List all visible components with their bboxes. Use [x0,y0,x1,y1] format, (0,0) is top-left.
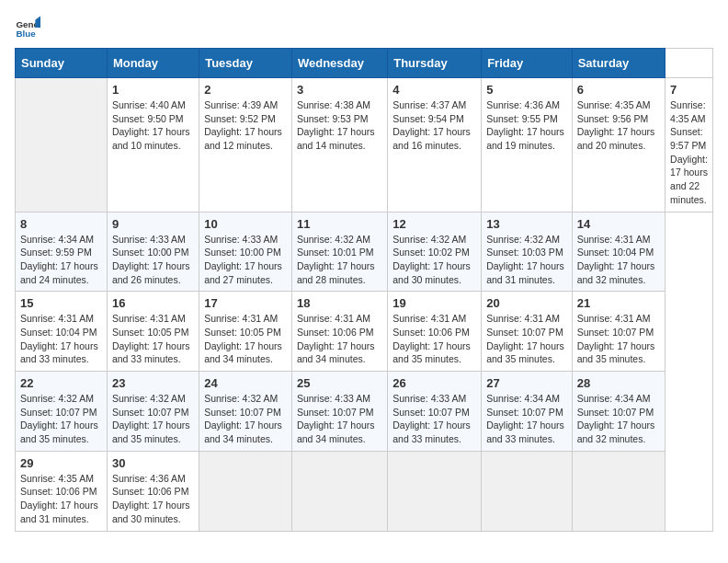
day-header-monday: Monday [107,49,199,78]
day-number: 12 [392,217,476,231]
calendar-cell: 24Sunrise: 4:32 AMSunset: 10:07 PMDaylig… [199,372,292,452]
calendar-cell: 30Sunrise: 4:36 AMSunset: 10:06 PMDaylig… [107,451,199,531]
calendar-cell [388,451,482,531]
calendar-cell: 23Sunrise: 4:32 AMSunset: 10:07 PMDaylig… [107,372,199,452]
day-number: 5 [486,83,567,97]
calendar-cell: 21Sunrise: 4:31 AMSunset: 10:07 PMDaylig… [572,292,665,372]
calendar-cell: 18Sunrise: 4:31 AMSunset: 10:06 PMDaylig… [291,292,387,372]
calendar-cell: 1Sunrise: 4:40 AMSunset: 9:50 PMDaylight… [107,78,199,213]
calendar-cell: 13Sunrise: 4:32 AMSunset: 10:03 PMDaylig… [482,212,573,292]
day-info: Sunrise: 4:32 AMSunset: 10:02 PMDaylight… [392,233,476,287]
day-info: Sunrise: 4:38 AMSunset: 9:53 PMDaylight:… [297,98,382,153]
calendar-cell: 3Sunrise: 4:38 AMSunset: 9:53 PMDaylight… [291,78,387,213]
svg-marker-2 [35,16,40,28]
calendar-cell [291,451,387,531]
calendar-cell: 20Sunrise: 4:31 AMSunset: 10:07 PMDaylig… [482,292,573,372]
day-number: 3 [297,83,382,97]
day-number: 10 [204,217,287,231]
calendar-week-row: 8Sunrise: 4:34 AMSunset: 9:59 PMDaylight… [16,212,713,292]
day-info: Sunrise: 4:32 AMSunset: 10:03 PMDaylight… [486,233,567,287]
calendar-cell: 22Sunrise: 4:32 AMSunset: 10:07 PMDaylig… [16,372,108,452]
calendar-cell: 4Sunrise: 4:37 AMSunset: 9:54 PMDaylight… [388,78,482,213]
calendar-cell: 28Sunrise: 4:34 AMSunset: 10:07 PMDaylig… [572,372,665,452]
day-number: 27 [486,376,567,390]
day-number: 1 [112,83,194,97]
day-number: 11 [297,217,382,231]
calendar-week-row: 1Sunrise: 4:40 AMSunset: 9:50 PMDaylight… [16,78,713,213]
day-info: Sunrise: 4:34 AMSunset: 10:07 PMDaylight… [486,392,567,446]
calendar-cell [482,451,573,531]
calendar-week-row: 29Sunrise: 4:35 AMSunset: 10:06 PMDaylig… [16,451,713,531]
calendar-cell: 10Sunrise: 4:33 AMSunset: 10:00 PMDaylig… [199,212,292,292]
day-header-saturday: Saturday [572,49,665,78]
day-info: Sunrise: 4:31 AMSunset: 10:05 PMDaylight… [204,312,287,366]
day-info: Sunrise: 4:31 AMSunset: 10:06 PMDaylight… [297,312,382,366]
day-info: Sunrise: 4:32 AMSunset: 10:01 PMDaylight… [297,233,382,287]
day-number: 7 [670,83,708,97]
day-header-wednesday: Wednesday [291,49,387,78]
day-number: 17 [204,296,287,310]
day-number: 29 [20,456,102,470]
day-number: 6 [577,83,660,97]
day-info: Sunrise: 4:33 AMSunset: 10:00 PMDaylight… [204,233,287,287]
day-info: Sunrise: 4:34 AMSunset: 9:59 PMDaylight:… [20,233,102,287]
day-info: Sunrise: 4:37 AMSunset: 9:54 PMDaylight:… [392,98,476,153]
day-info: Sunrise: 4:35 AMSunset: 9:56 PMDaylight:… [577,98,660,153]
calendar-cell: 29Sunrise: 4:35 AMSunset: 10:06 PMDaylig… [16,451,108,531]
day-info: Sunrise: 4:32 AMSunset: 10:07 PMDaylight… [204,392,287,446]
day-number: 8 [20,217,102,231]
logo: General Blue [15,15,44,40]
day-info: Sunrise: 4:35 AMSunset: 9:57 PMDaylight:… [670,98,708,207]
day-number: 23 [112,376,194,390]
calendar-cell: 15Sunrise: 4:31 AMSunset: 10:04 PMDaylig… [16,292,108,372]
day-number: 15 [20,296,102,310]
day-number: 4 [392,83,476,97]
calendar-table: SundayMondayTuesdayWednesdayThursdayFrid… [15,48,713,532]
day-info: Sunrise: 4:36 AMSunset: 10:06 PMDaylight… [112,472,194,526]
calendar-cell: 11Sunrise: 4:32 AMSunset: 10:01 PMDaylig… [291,212,387,292]
calendar-header-row: SundayMondayTuesdayWednesdayThursdayFrid… [16,49,713,78]
day-number: 30 [112,456,194,470]
day-number: 26 [392,376,476,390]
calendar-cell: 19Sunrise: 4:31 AMSunset: 10:06 PMDaylig… [388,292,482,372]
calendar-cell: 14Sunrise: 4:31 AMSunset: 10:04 PMDaylig… [572,212,665,292]
day-header-friday: Friday [482,49,573,78]
day-number: 20 [486,296,567,310]
calendar-cell [16,78,108,213]
day-info: Sunrise: 4:31 AMSunset: 10:04 PMDaylight… [577,233,660,287]
calendar-week-row: 15Sunrise: 4:31 AMSunset: 10:04 PMDaylig… [16,292,713,372]
day-info: Sunrise: 4:31 AMSunset: 10:07 PMDaylight… [486,312,567,366]
day-number: 16 [112,296,194,310]
calendar-cell: 6Sunrise: 4:35 AMSunset: 9:56 PMDaylight… [572,78,665,213]
day-header-tuesday: Tuesday [199,49,292,78]
day-info: Sunrise: 4:33 AMSunset: 10:07 PMDaylight… [297,392,382,446]
calendar-cell: 7Sunrise: 4:35 AMSunset: 9:57 PMDaylight… [665,78,713,213]
day-info: Sunrise: 4:31 AMSunset: 10:04 PMDaylight… [20,312,102,366]
calendar-cell [199,451,292,531]
calendar-cell: 5Sunrise: 4:36 AMSunset: 9:55 PMDaylight… [482,78,573,213]
day-number: 18 [297,296,382,310]
calendar-cell: 2Sunrise: 4:39 AMSunset: 9:52 PMDaylight… [199,78,292,213]
day-info: Sunrise: 4:34 AMSunset: 10:07 PMDaylight… [577,392,660,446]
day-number: 25 [297,376,382,390]
day-info: Sunrise: 4:31 AMSunset: 10:06 PMDaylight… [392,312,476,366]
day-header-thursday: Thursday [388,49,482,78]
day-number: 24 [204,376,287,390]
day-number: 13 [486,217,567,231]
day-info: Sunrise: 4:39 AMSunset: 9:52 PMDaylight:… [204,98,287,153]
day-header-sunday: Sunday [16,49,108,78]
day-number: 21 [577,296,660,310]
day-number: 28 [577,376,660,390]
day-info: Sunrise: 4:32 AMSunset: 10:07 PMDaylight… [20,392,102,446]
day-info: Sunrise: 4:32 AMSunset: 10:07 PMDaylight… [112,392,194,446]
calendar-cell: 26Sunrise: 4:33 AMSunset: 10:07 PMDaylig… [388,372,482,452]
day-info: Sunrise: 4:31 AMSunset: 10:05 PMDaylight… [112,312,194,366]
day-info: Sunrise: 4:36 AMSunset: 9:55 PMDaylight:… [486,98,567,153]
header: General Blue [15,15,713,40]
day-number: 19 [392,296,476,310]
day-number: 9 [112,217,194,231]
day-number: 14 [577,217,660,231]
day-info: Sunrise: 4:33 AMSunset: 10:00 PMDaylight… [112,233,194,287]
calendar-cell: 27Sunrise: 4:34 AMSunset: 10:07 PMDaylig… [482,372,573,452]
day-number: 22 [20,376,102,390]
